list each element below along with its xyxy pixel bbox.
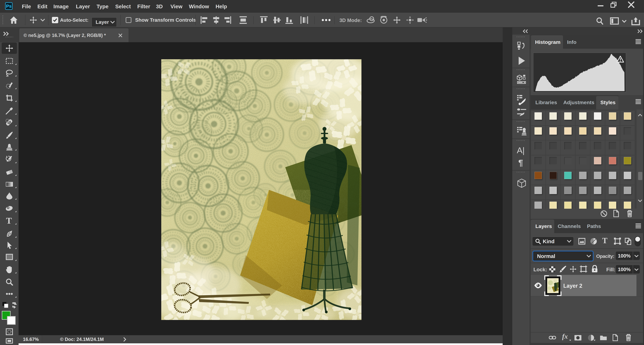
svg-text:3D Mode:: 3D Mode: (340, 17, 362, 23)
